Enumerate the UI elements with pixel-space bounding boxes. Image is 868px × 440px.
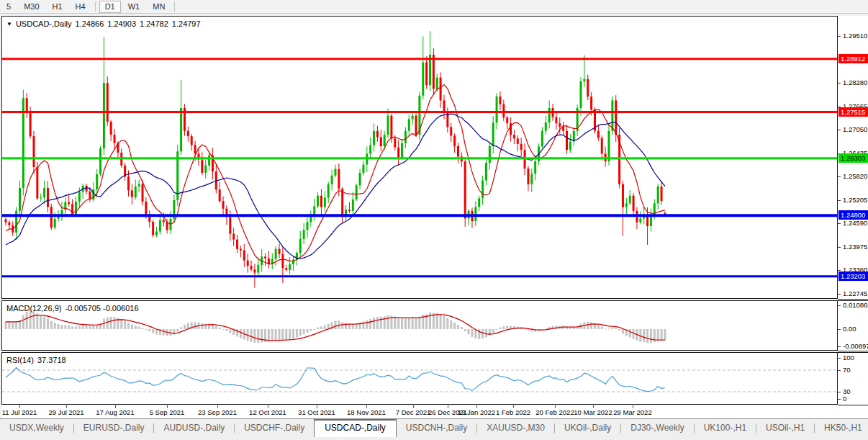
symbol-tab-usdchf-[interactable]: USDCHF-,Daily	[235, 420, 314, 436]
price-level-badge: 1.27515	[838, 107, 868, 117]
date-tick-mark	[317, 405, 317, 408]
date-axis-label: 7 Dec 2021	[396, 408, 431, 416]
axis-tick-mark	[838, 294, 841, 295]
price-level-badge: 1.23203	[838, 271, 868, 281]
symbol-tab-uk100-[interactable]: UK100-,H1	[695, 420, 756, 436]
date-tick-mark	[633, 405, 633, 408]
date-tick-mark	[115, 405, 116, 408]
rsi-label: RSI(14)37.3718	[6, 356, 66, 364]
timeframe-button-h4[interactable]: H4	[70, 1, 91, 13]
ohlc-low: 1.24782	[140, 19, 168, 28]
date-tick-mark	[555, 405, 556, 408]
axis-tick-mark	[838, 270, 841, 271]
axis-tick-mark	[838, 399, 841, 400]
chart-title: ▼USDCAD-,Daily1.248661.249031.247821.247…	[6, 19, 201, 28]
macd-pane[interactable]: MACD(12,26,9)-0.005705 -0.006016	[1, 300, 838, 351]
mt4-window: 5M30H1H4D1W1MN ▼USDCAD-,Daily1.248661.24…	[0, 0, 868, 440]
symbol-tabbar: USDX,WeeklyEURUSD-,DailyAUDUSD-,DailyUSD…	[0, 418, 868, 440]
date-axis: 11 Jul 202129 Jul 202117 Aug 20215 Sep 2…	[1, 405, 838, 418]
symbol-tab-usdx[interactable]: USDX,Weekly	[0, 420, 73, 436]
axis-tick-mark	[838, 223, 841, 224]
date-tick-mark	[66, 405, 67, 408]
axis-tick-mark	[838, 83, 841, 84]
symbol-tab-xauusd-[interactable]: XAUUSD-,M30	[477, 420, 554, 436]
timeframe-button-w1[interactable]: W1	[122, 1, 146, 13]
symbol-dropdown-icon[interactable]: ▼	[6, 21, 12, 27]
date-axis-label: 13 Jan 2022	[458, 408, 495, 416]
price-level-badge: 1.24800	[838, 210, 868, 220]
date-tick-mark	[167, 405, 168, 408]
axis-tick-mark	[838, 370, 841, 371]
symbol-tab-hk50-[interactable]: HK50-,H1	[815, 420, 868, 436]
price-axis-label: 1.24590	[843, 219, 867, 228]
date-tick-mark	[366, 405, 367, 408]
price-level-badge: 1.28912	[838, 54, 868, 63]
price-level-badge: 1.26303	[838, 153, 868, 163]
timeframe-toolbar: 5M30H1H4D1W1MN	[0, 0, 868, 14]
symbol-tab-usdcad-[interactable]: USDCAD-,Daily	[314, 419, 397, 437]
price-axis-label: 1.25820	[843, 172, 867, 181]
rsi-name: RSI(14)	[6, 356, 34, 364]
date-axis-label: 20 Feb 2022	[535, 408, 574, 416]
rsi-axis-label: 70	[843, 366, 851, 374]
symbol-tab-dj30-[interactable]: DJ30-,Weekly	[621, 420, 693, 436]
macd-values: -0.005705 -0.006016	[65, 304, 138, 313]
axis-tick-mark	[838, 305, 841, 306]
date-tick-mark	[448, 405, 448, 408]
macd-axis-label: 0.010869	[843, 301, 868, 310]
price-axis-label: 1.29510	[843, 32, 867, 40]
rsi-chart-svg	[2, 353, 837, 404]
date-axis-label: 12 Oct 2021	[249, 408, 286, 416]
macd-axis-label: 0.00	[843, 325, 856, 333]
date-axis-label: 11 Jul 2021	[2, 408, 37, 416]
rsi-pane[interactable]: RSI(14)37.3718	[1, 352, 838, 405]
axis-tick-mark	[838, 346, 841, 347]
date-tick-mark	[593, 405, 594, 408]
date-axis-label: 5 Sep 2021	[150, 408, 185, 416]
toolbar-separator	[174, 1, 175, 12]
price-axis: 1.295101.282801.276651.270501.264351.258…	[838, 16, 868, 418]
date-tick-mark	[217, 405, 218, 408]
axis-tick-mark	[838, 392, 841, 392]
macd-name: MACD(12,26,9)	[6, 304, 61, 313]
ohlc-high: 1.24903	[107, 19, 136, 28]
date-tick-mark	[413, 405, 414, 408]
date-tick-mark	[19, 405, 20, 408]
rsi-value: 37.3718	[37, 356, 66, 364]
ohlc-open: 1.24866	[76, 19, 104, 28]
timeframe-button-mn[interactable]: MN	[147, 1, 171, 13]
macd-axis-label: -0.00897	[843, 342, 868, 351]
price-axis-label: 1.28280	[843, 78, 867, 87]
date-axis-label: 29 Mar 2022	[613, 408, 651, 416]
axis-tick-mark	[838, 130, 841, 130]
timeframe-button-m30[interactable]: M30	[18, 1, 45, 13]
date-axis-label: 31 Oct 2021	[298, 408, 335, 416]
symbol-tab-audusd-[interactable]: AUDUSD-,Daily	[154, 420, 234, 436]
axis-tick-mark	[838, 329, 841, 330]
axis-tick-mark	[838, 358, 841, 359]
chart-symbol: USDCAD-,Daily	[16, 19, 72, 28]
price-axis-label: 1.23975	[843, 243, 867, 251]
rsi-axis-label: 100	[843, 354, 854, 362]
axis-tick-mark	[838, 176, 841, 177]
timeframe-button-h1[interactable]: H1	[47, 1, 68, 13]
symbol-tab-usdcnh-[interactable]: USDCNH-,Daily	[397, 420, 476, 436]
price-chart-pane[interactable]: ▼USDCAD-,Daily1.248661.249031.247821.247…	[1, 16, 838, 299]
date-axis-label: 1 Feb 2022	[496, 408, 530, 416]
axis-tick-mark	[838, 247, 841, 248]
symbol-tab-eurusd-[interactable]: EURUSD-,Daily	[74, 420, 154, 436]
ohlc-close: 1.24797	[172, 19, 201, 28]
timeframe-button-5[interactable]: 5	[1, 1, 17, 13]
symbol-tab-usoil-[interactable]: USOil-,H1	[756, 420, 814, 436]
date-tick-mark	[476, 405, 477, 408]
candlestick-chart-svg	[2, 17, 837, 298]
price-axis-label: 1.22745	[843, 289, 867, 298]
symbol-tab-ukoil-[interactable]: UKOil-,Daily	[555, 420, 620, 436]
pane-separator	[838, 351, 868, 351]
axis-tick-mark	[838, 200, 841, 201]
timeframe-button-d1[interactable]: D1	[99, 1, 121, 13]
pane-separator	[838, 300, 868, 301]
date-axis-label: 18 Nov 2021	[347, 408, 386, 416]
pane-separator	[838, 405, 868, 405]
price-axis-label: 1.25205	[843, 196, 867, 205]
